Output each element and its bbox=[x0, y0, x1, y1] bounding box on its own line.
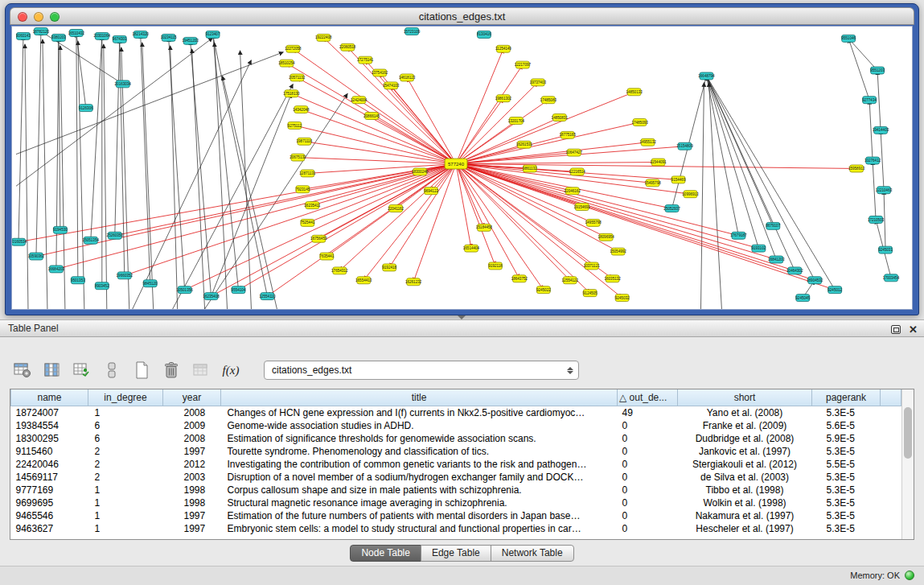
citation-edge-red[interactable] bbox=[413, 164, 456, 282]
citation-edge-black[interactable] bbox=[191, 41, 211, 296]
cell-filler bbox=[881, 432, 901, 445]
citation-edge-black[interactable] bbox=[708, 82, 721, 309]
function-builder-icon[interactable]: f(x) bbox=[220, 359, 242, 381]
column-header-in_degree[interactable]: in_degree bbox=[88, 389, 163, 406]
citation-edge-black[interactable] bbox=[706, 76, 738, 235]
citation-edge-red[interactable] bbox=[456, 164, 582, 208]
tab-network-table[interactable]: Network Table bbox=[491, 545, 574, 562]
citation-edge-black[interactable] bbox=[169, 38, 185, 290]
citation-edge-black[interactable] bbox=[16, 52, 283, 154]
citation-edge-black[interactable] bbox=[25, 44, 28, 309]
citation-edge-black[interactable] bbox=[78, 41, 84, 309]
citation-edge-red[interactable] bbox=[312, 164, 456, 206]
scrollbar-thumb[interactable] bbox=[904, 407, 912, 459]
network-window-titlebar[interactable]: citations_edges.txt bbox=[10, 7, 914, 25]
citation-edge-black[interactable] bbox=[18, 36, 23, 242]
citation-edge-black[interactable] bbox=[706, 76, 773, 225]
citation-edge-red[interactable] bbox=[347, 47, 456, 164]
citation-edge-red[interactable] bbox=[456, 142, 648, 164]
network-canvas[interactable]: 5772409060143187821209380203165104322030… bbox=[11, 26, 913, 310]
table-panel-header: Table Panel ✕ bbox=[0, 319, 924, 337]
node-table: namein_degreeyeartitle△ out_de...shortpa… bbox=[10, 389, 914, 540]
table-row[interactable]: 977716911998Corpus callosum shape and si… bbox=[11, 484, 901, 496]
citation-edge-black[interactable] bbox=[700, 82, 704, 309]
node-label: 16510432 bbox=[68, 31, 85, 35]
citation-edge-red[interactable] bbox=[456, 164, 484, 228]
citation-edge-black[interactable] bbox=[877, 71, 881, 130]
close-panel-icon[interactable]: ✕ bbox=[909, 324, 918, 335]
citation-edge-red[interactable] bbox=[456, 163, 659, 164]
node-label: 22046162 bbox=[565, 189, 581, 193]
table-row[interactable]: 1830029562008Estimation of significance … bbox=[11, 432, 901, 445]
column-header-name[interactable]: name bbox=[11, 389, 88, 406]
table-row[interactable]: 1938455462009Genome-wide association stu… bbox=[11, 419, 901, 432]
cell-year: 2003 bbox=[163, 471, 221, 484]
tab-node-table[interactable]: Node Table bbox=[350, 545, 421, 562]
citation-edge-black[interactable] bbox=[133, 60, 252, 309]
vertical-scrollbar[interactable] bbox=[901, 389, 914, 540]
show-columns-icon[interactable] bbox=[41, 359, 64, 381]
node-label: 7635441 bbox=[319, 254, 334, 258]
column-header-title[interactable]: title bbox=[221, 389, 618, 406]
citation-edge-black[interactable] bbox=[706, 76, 758, 248]
cell-out_de: 0 bbox=[618, 471, 678, 484]
citation-edge-red[interactable] bbox=[293, 49, 456, 164]
create-column-icon[interactable] bbox=[130, 359, 153, 381]
citation-edge-black[interactable] bbox=[104, 44, 107, 309]
citation-edge-red[interactable] bbox=[456, 164, 570, 281]
citation-edge-black[interactable] bbox=[56, 38, 59, 270]
table-row[interactable]: 969969511998Structural magnetic resonanc… bbox=[11, 496, 901, 509]
column-header-out_de[interactable]: △ out_de... bbox=[618, 389, 678, 406]
table-row[interactable]: 911546021997Tourette syndrome. Phenomeno… bbox=[11, 445, 901, 458]
citation-edge-black[interactable] bbox=[848, 39, 869, 100]
citation-edge-red[interactable] bbox=[456, 122, 640, 164]
cell-year: 2008 bbox=[163, 432, 221, 445]
tab-edge-table[interactable]: Edge Table bbox=[421, 545, 491, 562]
citation-edge-black[interactable] bbox=[76, 33, 78, 280]
column-header-short[interactable]: short bbox=[678, 389, 812, 406]
citation-edge-black[interactable] bbox=[173, 84, 294, 309]
citation-edge-black[interactable] bbox=[672, 76, 707, 208]
table-mode-icon[interactable] bbox=[11, 359, 34, 381]
network-graph[interactable]: 5772409060143187821209380203165104322030… bbox=[12, 27, 912, 309]
citation-edge-black[interactable] bbox=[76, 33, 86, 108]
delete-column-icon[interactable] bbox=[160, 359, 183, 381]
citation-edge-red[interactable] bbox=[372, 116, 456, 163]
rows-icon[interactable] bbox=[101, 359, 123, 381]
column-header-pagerank[interactable]: pagerank bbox=[812, 389, 881, 406]
column-header-year[interactable]: year bbox=[163, 389, 221, 406]
float-panel-icon[interactable] bbox=[891, 325, 901, 334]
citation-edge-red[interactable] bbox=[359, 100, 456, 163]
edit-table-icon[interactable] bbox=[71, 359, 93, 381]
citation-edge-red[interactable] bbox=[456, 164, 672, 209]
citation-edge-black[interactable] bbox=[59, 38, 60, 230]
cell-pagerank: 5.3E-5 bbox=[812, 509, 881, 522]
table-row[interactable]: 1456911722003Disruption of a novel membe… bbox=[11, 471, 901, 484]
citation-edge-black[interactable] bbox=[213, 35, 268, 296]
citation-edge-black[interactable] bbox=[213, 35, 239, 290]
table-select[interactable]: citations_edges.txt bbox=[264, 360, 579, 380]
citation-edge-black[interactable] bbox=[16, 38, 213, 186]
citation-edge-red[interactable] bbox=[323, 38, 456, 164]
citation-edge-black[interactable] bbox=[43, 39, 47, 309]
node-label: 12272058 bbox=[285, 47, 302, 51]
citation-edge-black[interactable] bbox=[881, 130, 884, 190]
cell-filler bbox=[881, 406, 901, 419]
table-row[interactable]: 946554611997Estimation of the future num… bbox=[11, 509, 901, 522]
citation-edge-black[interactable] bbox=[115, 39, 120, 236]
citation-edge-black[interactable] bbox=[215, 43, 228, 309]
citation-edge-black[interactable] bbox=[884, 190, 885, 249]
table-row[interactable]: 1872400712008Changes of HCN gene express… bbox=[11, 406, 901, 419]
table-row[interactable]: 946362711997Embryonic stem cells: a mode… bbox=[11, 522, 901, 535]
citation-edge-black[interactable] bbox=[36, 31, 41, 257]
citation-edge-red[interactable] bbox=[456, 82, 538, 163]
citation-edge-black[interactable] bbox=[848, 39, 877, 71]
citation-edge-red[interactable] bbox=[456, 164, 776, 260]
citation-edge-red[interactable] bbox=[297, 77, 456, 163]
table-row[interactable]: 2242004622012Investigating the contribut… bbox=[11, 458, 901, 471]
citation-edge-black[interactable] bbox=[170, 46, 178, 309]
node-label: 22041162 bbox=[388, 207, 404, 211]
citation-edge-red[interactable] bbox=[456, 164, 795, 271]
citation-edge-red[interactable] bbox=[291, 93, 456, 163]
citation-edge-black[interactable] bbox=[141, 35, 150, 283]
